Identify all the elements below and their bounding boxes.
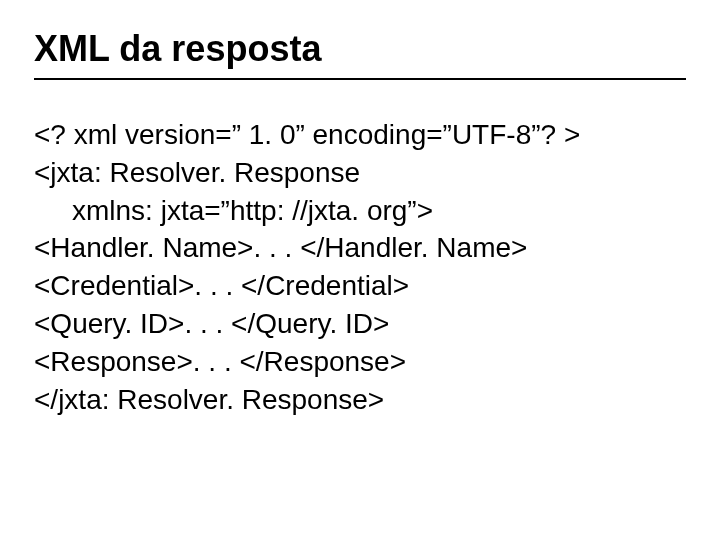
title-underline — [34, 78, 686, 80]
xml-line-8: </jxta: Resolver. Response> — [34, 381, 686, 419]
xml-line-5: <Credential>. . . </Credential> — [34, 267, 686, 305]
xml-line-7: <Response>. . . </Response> — [34, 343, 686, 381]
xml-line-3: xmlns: jxta=”http: //jxta. org”> — [34, 192, 686, 230]
xml-line-2: <jxta: Resolver. Response — [34, 154, 686, 192]
xml-line-1: <? xml version=” 1. 0” encoding=”UTF-8”?… — [34, 116, 686, 154]
xml-line-4: <Handler. Name>. . . </Handler. Name> — [34, 229, 686, 267]
slide-title: XML da resposta — [34, 28, 686, 70]
slide: XML da resposta <? xml version=” 1. 0” e… — [0, 0, 720, 540]
xml-line-6: <Query. ID>. . . </Query. ID> — [34, 305, 686, 343]
xml-body: <? xml version=” 1. 0” encoding=”UTF-8”?… — [34, 116, 686, 418]
